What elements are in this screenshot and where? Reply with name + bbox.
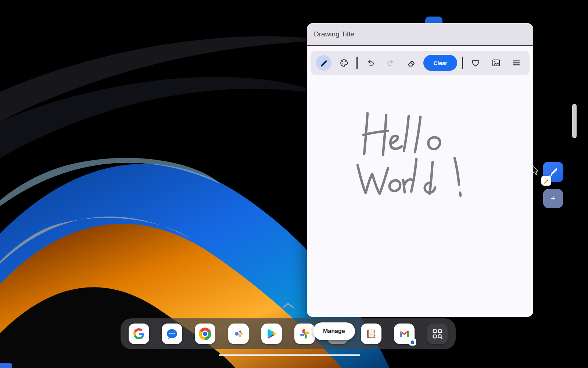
app-google[interactable] — [129, 324, 149, 344]
mouse-cursor — [532, 165, 541, 176]
app-dictionary[interactable] — [361, 324, 381, 344]
plus-icon: + — [551, 194, 556, 203]
drawing-app-window: Drawing Title — [307, 23, 533, 317]
palette-button[interactable] — [336, 55, 352, 71]
palette-icon — [339, 58, 349, 68]
dictionary-icon — [365, 328, 377, 340]
window-titlebar[interactable]: Drawing Title — [307, 23, 533, 46]
chrome-icon — [199, 328, 211, 340]
undo-icon — [366, 58, 375, 68]
redo-icon — [386, 58, 395, 68]
scrollbar-thumb[interactable] — [572, 104, 577, 138]
play-store-icon — [266, 328, 277, 339]
gmail-icon — [398, 328, 410, 340]
work-profile-badge — [409, 339, 416, 346]
hamburger-icon — [512, 58, 521, 68]
add-note-button[interactable]: + — [543, 189, 563, 208]
corner-window-edge — [0, 363, 12, 368]
app-search[interactable] — [427, 324, 448, 344]
app-assistant[interactable] — [228, 324, 249, 344]
gesture-navigation-bar[interactable] — [219, 354, 360, 356]
redo-button[interactable] — [383, 55, 398, 71]
favorite-button[interactable] — [468, 55, 483, 71]
app-photos[interactable] — [294, 324, 315, 344]
app-search-icon — [431, 328, 444, 340]
toolbar-divider — [462, 57, 463, 69]
app-messages[interactable] — [162, 324, 182, 344]
photos-icon — [299, 328, 311, 340]
app-gmail[interactable] — [394, 324, 415, 344]
eraser-icon — [406, 58, 416, 68]
drawing-canvas[interactable]: Clear — [307, 47, 533, 317]
clear-button[interactable]: Clear — [423, 55, 457, 71]
desktop: Drawing Title — [0, 0, 588, 368]
heart-icon — [471, 58, 480, 68]
image-icon — [491, 58, 501, 68]
undo-button[interactable] — [363, 55, 378, 71]
manage-button[interactable]: Manage — [313, 322, 355, 340]
drawing-toolbar: Clear — [311, 51, 530, 75]
assistant-icon — [233, 328, 244, 340]
google-icon — [133, 328, 144, 339]
toolbar-divider — [356, 57, 358, 69]
dock-chevron-up-icon[interactable] — [281, 301, 295, 310]
app-play-store[interactable] — [261, 324, 282, 344]
messages-icon — [166, 328, 178, 340]
brush-tool-button[interactable] — [316, 55, 331, 71]
window-title: Drawing Title — [314, 30, 354, 38]
insert-image-button[interactable] — [488, 55, 504, 71]
draw-bubble-button[interactable] — [543, 162, 563, 182]
menu-button[interactable] — [509, 55, 524, 71]
drawing-app-mini-icon — [541, 176, 551, 186]
handwriting-strokes — [307, 47, 533, 317]
brush-icon — [319, 58, 329, 68]
taskbar: Manage — [121, 318, 456, 349]
eraser-button[interactable] — [403, 55, 419, 71]
app-chrome[interactable] — [195, 324, 215, 344]
